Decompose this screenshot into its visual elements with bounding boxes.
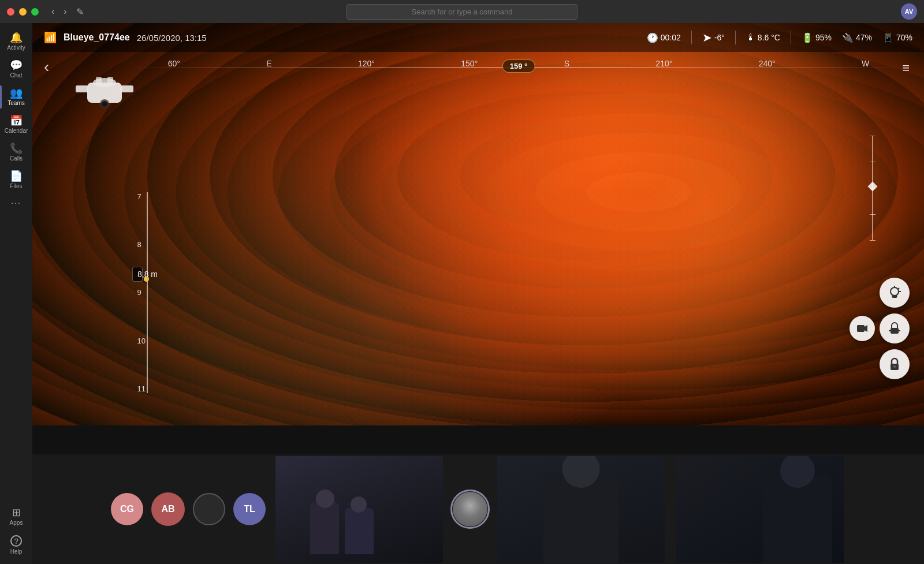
drone-svg [70,68,139,117]
hud-battery1: 🔋 95% [802,32,832,43]
svg-point-5 [102,101,107,107]
record-control-button[interactable] [850,316,875,341]
battery1-icon: 🔋 [802,32,813,43]
sidebar-item-teams[interactable]: 👥 Teams [0,83,32,111]
svg-rect-2 [121,85,133,92]
texture-overlay [32,23,924,425]
slider-tick-5 [870,240,875,241]
participant-video-2 [497,456,665,563]
lock1-control-button[interactable] [880,313,910,343]
search-input[interactable] [346,4,578,20]
participant-ab[interactable]: AB [151,492,185,526]
participants-bar: CG AB TL [32,454,924,564]
app-body: 🔔 Activity 💬 Chat 👥 Teams 📅 Calendar 📞 C… [0,23,924,564]
participant-cg[interactable]: CG [111,493,143,525]
chat-icon: 💬 [10,60,23,70]
sidebar-bottom: ⊞ Apps ? Help [0,503,32,559]
participant-ab-initials: AB [161,504,174,514]
svg-rect-7 [107,77,113,84]
lock2-control-button[interactable] [880,349,910,379]
forward-nav-button[interactable]: › [60,5,70,18]
timer-value: 00:02 [661,33,681,42]
lock2-icon [886,356,903,372]
svg-rect-6 [96,77,102,84]
angle-arrow: ➤ [702,31,712,44]
depth-markers: 7 8 9 10 11 [137,192,154,394]
slider-tick-4 [870,214,875,215]
light-control-button[interactable] [880,278,910,308]
battery2-icon: 🔌 [842,32,854,43]
hud-battery2: 🔌 47% [842,32,872,43]
head-2 [351,496,367,513]
video-bg-2 [497,456,665,563]
wifi-icon: 📶 [44,31,57,44]
compass-scale: 60° E 120° 150° S 210° 240° W 159 ° [125,59,912,68]
svg-point-8 [891,287,899,296]
activity-icon: 🔔 [10,32,23,43]
hud-timer: 🕐 00:02 [647,32,681,43]
hud-arrow-icon: ➤ -6° [702,31,725,44]
participant-tl[interactable]: TL [233,493,266,525]
hud-right: 🕐 00:02 ➤ -6° 🌡 8.6 °C 🔋 [647,31,912,44]
sidebar-item-help[interactable]: ? Help [0,531,32,559]
participant-tl-initials: TL [244,504,255,514]
compass-bar: 60° E 120° 150° S 210° 240° W 159 ° [113,52,924,75]
depth-line [147,192,148,394]
sidebar-item-more[interactable]: ··· [0,194,32,211]
back-arrow-button[interactable]: ‹ [44,58,49,76]
depth-8: 8 [137,240,146,249]
hud-divider-3 [791,31,791,44]
sidebar-label-help: Help [10,548,23,555]
more-icon: ··· [11,199,21,207]
menu-icon-button[interactable]: ≡ [902,61,910,76]
back-nav-button[interactable]: ‹ [48,5,58,18]
hud-temperature: 🌡 8.6 °C [746,32,780,43]
sidebar-label-teams: Teams [8,100,24,106]
sidebar-item-files[interactable]: 📄 Files [0,166,32,194]
sidebar-item-activity[interactable]: 🔔 Activity [0,28,32,55]
sidebar-item-apps[interactable]: ⊞ Apps [0,503,32,531]
avatar[interactable]: AV [901,3,917,20]
files-icon: 📄 [10,171,23,181]
teams-icon: 👥 [10,88,23,98]
bottom-strip [32,425,924,454]
help-icon: ? [10,535,22,547]
depth-gauge: 7 8 9 10 11 8,8 m [122,192,154,394]
depth-readout: 8,8 m [132,267,143,282]
drone-model [67,64,142,121]
angle-value: -6° [714,33,725,42]
compose-button[interactable]: ✎ [73,5,87,18]
heading-value: 159 ° [510,62,528,70]
sidebar-label-apps: Apps [10,520,23,526]
light-icon [886,285,903,301]
record-icon [856,322,869,335]
svg-point-18 [893,365,896,368]
thermometer-icon: 🌡 [746,32,755,43]
participant-empty [193,493,225,525]
slider-track [872,136,873,240]
active-speaker-ring [450,490,490,529]
drone-name: Blueye_0774ee [64,32,130,43]
participant-avatars: CG AB TL [44,454,912,565]
battery2-value: 47% [856,33,872,42]
sidebar-label-activity: Activity [7,44,25,51]
maximize-button[interactable] [31,8,39,16]
sidebar-item-calendar[interactable]: 📅 Calendar [0,111,32,139]
svg-rect-12 [857,325,865,332]
sidebar-item-calls[interactable]: 📞 Calls [0,139,32,166]
depth-7: 7 [137,192,146,201]
window-controls [7,8,39,16]
hud-divider-1 [691,31,692,44]
sidebar-label-files: Files [10,183,22,189]
close-button[interactable] [7,8,14,16]
participant-video-1 [275,456,443,563]
battery1-value: 95% [815,33,832,42]
minimize-button[interactable] [19,8,27,16]
vertical-slider[interactable] [872,136,873,240]
depth-10: 10 [137,337,146,345]
sidebar-item-chat[interactable]: 💬 Chat [0,55,32,83]
calls-icon: 📞 [10,143,23,154]
datetime-display: 26/05/2020, 13:15 [137,33,207,43]
participant-active-speaker [453,492,487,526]
battery3-value: 70% [896,33,912,42]
